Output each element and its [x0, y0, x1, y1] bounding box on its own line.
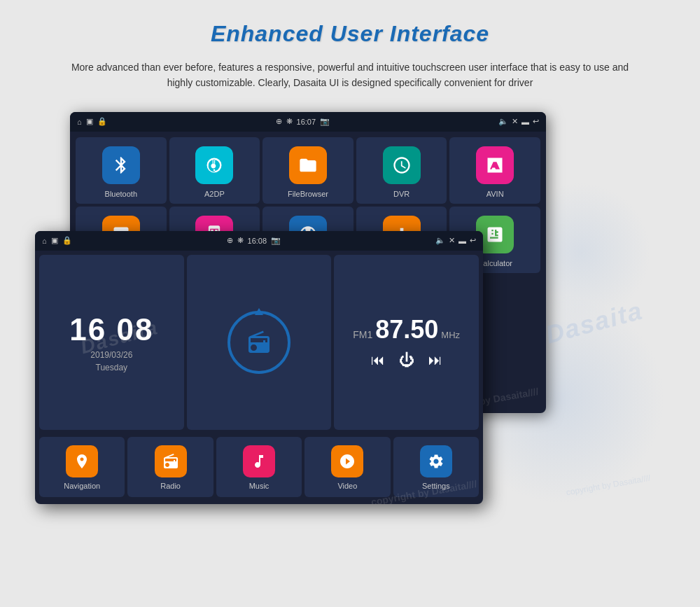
status-right-front: 🔈 ✕ ▬ ↩	[435, 236, 476, 245]
app-settings[interactable]: Settings	[393, 437, 479, 497]
avin-label: AVIN	[486, 190, 504, 198]
minimize-icon[interactable]: ▬	[522, 118, 529, 126]
radio-knob[interactable]	[227, 311, 290, 374]
status-center-front: ⊕ ❋ 16:08 📷	[227, 236, 281, 245]
bluetooth-icon: ❋	[286, 117, 293, 126]
fm-band: FM1	[353, 329, 372, 340]
radio-icon	[246, 330, 272, 355]
video-label: Video	[337, 482, 357, 490]
music-icon	[243, 445, 275, 477]
page-title: Enhanced User Interface	[211, 21, 489, 47]
navigation-label: Navigation	[64, 482, 100, 490]
status-center: ⊕ ❋ 16:07 📷	[276, 117, 330, 126]
power-icon[interactable]: ⏻	[399, 351, 414, 370]
photo-icon: ▣	[86, 117, 93, 126]
screens-container: ⌂ ▣ 🔒 ⊕ ❋ 16:07 📷 🔈 ✕ ▬ ↩	[35, 112, 665, 504]
app-filebrowser[interactable]: FileBrowser	[262, 137, 354, 204]
filebrowser-app-icon	[289, 146, 327, 184]
app-bluetooth[interactable]: Bluetooth	[76, 137, 167, 204]
fm-unit: MHz	[441, 330, 460, 340]
bluetooth-icon-front: ❋	[237, 236, 244, 245]
app-video[interactable]: Video	[304, 437, 390, 497]
dvr-app-icon	[383, 146, 421, 184]
avin-app-icon	[476, 146, 514, 184]
clock-time: 16 08	[69, 312, 153, 347]
app-dvr[interactable]: DVR	[356, 137, 447, 204]
radio-bottom-icon	[155, 445, 187, 477]
close-icon-front[interactable]: ✕	[449, 236, 455, 245]
time-back: 16:07	[297, 118, 316, 126]
back-icon-front[interactable]: ↩	[470, 236, 476, 245]
bottom-apps-row: Navigation Radio Music	[35, 434, 483, 501]
app-avin[interactable]: AVIN	[449, 137, 540, 204]
status-left: ⌂ ▣ 🔒	[77, 117, 107, 126]
fm-freq-display: FM1 87.50 MHz	[353, 315, 460, 344]
clock-date: 2019/03/26	[90, 350, 132, 360]
watermark-right: Dasaita	[542, 295, 646, 349]
page-description: More advanced than ever before, features…	[63, 60, 637, 91]
volume-icon[interactable]: 🔈	[498, 117, 508, 126]
radio-label: Radio	[160, 482, 181, 490]
location-icon: ⊕	[276, 117, 282, 126]
camera-icon: 📷	[320, 117, 330, 126]
next-track-icon[interactable]: ⏭	[428, 352, 442, 368]
clock-day: Tuesday	[96, 363, 128, 372]
bluetooth-app-icon	[102, 146, 140, 184]
app-navigation[interactable]: Navigation	[39, 437, 125, 497]
filebrowser-label: FileBrowser	[288, 190, 328, 198]
photo-icon-front: ▣	[51, 236, 58, 245]
camera-icon-front: 📷	[271, 236, 281, 245]
screen-front: ⌂ ▣ 🔒 ⊕ ❋ 16:08 📷 🔈 ✕ ▬ ↩ 16 08	[35, 231, 483, 504]
fm-controls: ⏮ ⏻ ⏭	[371, 351, 442, 370]
radio-knob-widget[interactable]	[187, 255, 332, 430]
dvr-label: DVR	[393, 190, 410, 198]
bluetooth-label: Bluetooth	[105, 190, 137, 198]
home-icon[interactable]: ⌂	[77, 118, 82, 126]
settings-icon	[420, 445, 452, 477]
clock-section: 16 08 2019/03/26 Tuesday	[69, 312, 153, 372]
time-front: 16:08	[248, 237, 267, 245]
a2dp-label: A2DP	[204, 190, 225, 198]
settings-label: Settings	[422, 482, 450, 490]
prev-track-icon[interactable]: ⏮	[371, 352, 385, 368]
fm-section: FM1 87.50 MHz ⏮ ⏻ ⏭	[353, 315, 460, 370]
fm-frequency: 87.50	[375, 315, 438, 344]
location-icon-front: ⊕	[227, 236, 233, 245]
watermark-copyright-right: copyright by Dasaita////	[566, 473, 652, 497]
lock-icon-front: 🔒	[62, 236, 72, 245]
minimize-icon-front[interactable]: ▬	[458, 237, 466, 245]
music-label: Music	[249, 482, 270, 490]
a2dp-app-icon	[195, 146, 233, 184]
video-icon	[331, 445, 363, 477]
clock-widget: 16 08 2019/03/26 Tuesday	[39, 255, 184, 430]
app-a2dp[interactable]: A2DP	[169, 137, 260, 204]
home-icon-front[interactable]: ⌂	[42, 237, 47, 245]
close-icon[interactable]: ✕	[512, 117, 518, 126]
volume-icon-front[interactable]: 🔈	[435, 236, 445, 245]
status-bar-back: ⌂ ▣ 🔒 ⊕ ❋ 16:07 📷 🔈 ✕ ▬ ↩	[70, 112, 546, 132]
app-radio[interactable]: Radio	[127, 437, 213, 497]
fm-widget: FM1 87.50 MHz ⏮ ⏻ ⏭	[334, 255, 479, 430]
status-right: 🔈 ✕ ▬ ↩	[498, 117, 539, 126]
app-music[interactable]: Music	[216, 437, 302, 497]
back-icon[interactable]: ↩	[533, 117, 539, 126]
status-bar-front: ⌂ ▣ 🔒 ⊕ ❋ 16:08 📷 🔈 ✕ ▬ ↩	[35, 231, 483, 251]
lock-icon: 🔒	[97, 117, 107, 126]
status-left-front: ⌂ ▣ 🔒	[42, 236, 72, 245]
navigation-icon	[66, 445, 98, 477]
